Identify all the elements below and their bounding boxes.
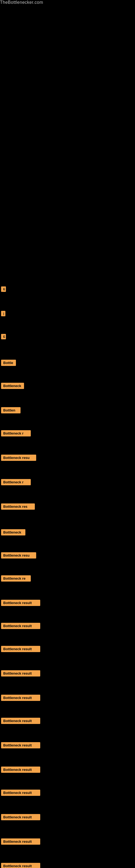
bottleneck-item-24: Bottleneck result	[1, 837, 40, 847]
bottleneck-label-20: Bottleneck result	[1, 742, 40, 748]
bottleneck-item-4: Bottle	[1, 358, 16, 369]
bottleneck-label-18: Bottleneck result	[1, 695, 40, 701]
bottleneck-label-7: Bottleneck r	[1, 430, 31, 436]
bottleneck-label-2: |	[1, 311, 5, 316]
bottleneck-item-3: E	[1, 332, 6, 342]
bottleneck-label-10: Bottleneck res	[1, 503, 35, 510]
bottleneck-item-11: Bottleneck	[1, 528, 26, 538]
bottleneck-label-16: Bottleneck result	[1, 646, 40, 652]
bottleneck-label-9: Bottleneck r	[1, 479, 31, 485]
bottleneck-item-7: Bottleneck r	[1, 429, 31, 439]
bottleneck-label-15: Bottleneck result	[1, 623, 40, 629]
bottleneck-item-12: Bottleneck resu	[1, 551, 36, 561]
site-header: TheBottlenecker.com	[0, 0, 135, 5]
bottleneck-item-22: Bottleneck result	[1, 788, 40, 799]
bottleneck-item-23: Bottleneck result	[1, 812, 40, 823]
bottleneck-item-6: Bottlen	[1, 405, 20, 416]
bottleneck-item-18: Bottleneck result	[1, 693, 40, 704]
bottleneck-item-15: Bottleneck result	[1, 621, 40, 632]
bottleneck-label-1: E	[1, 286, 6, 292]
bottleneck-label-11: Bottleneck	[1, 529, 26, 535]
bottleneck-label-8: Bottleneck resu	[1, 455, 36, 461]
bottleneck-item-13: Bottleneck re	[1, 574, 31, 584]
bottleneck-item-25: Bottleneck result	[1, 861, 40, 868]
bottleneck-item-8: Bottleneck resu	[1, 453, 36, 464]
bottleneck-label-13: Bottleneck re	[1, 575, 31, 582]
bottleneck-item-5: Bottleneck	[1, 381, 24, 392]
bottleneck-label-17: Bottleneck result	[1, 670, 40, 677]
bottleneck-label-6: Bottlen	[1, 407, 20, 413]
bottleneck-label-4: Bottle	[1, 360, 16, 366]
bottleneck-label-22: Bottleneck result	[1, 789, 40, 796]
bottleneck-label-3: E	[1, 334, 6, 339]
bottleneck-label-25: Bottleneck result	[1, 863, 40, 868]
bottleneck-item-17: Bottleneck result	[1, 669, 40, 679]
bottleneck-item-1: E	[1, 285, 6, 294]
bottleneck-item-10: Bottleneck res	[1, 502, 35, 513]
bottleneck-item-19: Bottleneck result	[1, 716, 40, 727]
bottleneck-item-21: Bottleneck result	[1, 765, 40, 775]
bottleneck-label-21: Bottleneck result	[1, 767, 40, 773]
bottleneck-label-19: Bottleneck result	[1, 718, 40, 724]
bottleneck-item-20: Bottleneck result	[1, 741, 40, 751]
bottleneck-label-24: Bottleneck result	[1, 838, 40, 845]
bottleneck-label-12: Bottleneck resu	[1, 552, 36, 558]
bottleneck-item-14: Bottleneck result	[1, 598, 40, 609]
bottleneck-label-5: Bottleneck	[1, 383, 24, 389]
bottleneck-item-9: Bottleneck r	[1, 477, 31, 488]
bottleneck-label-14: Bottleneck result	[1, 600, 40, 606]
bottleneck-item-16: Bottleneck result	[1, 644, 40, 655]
bottleneck-label-23: Bottleneck result	[1, 814, 40, 820]
bottleneck-item-2: |	[1, 309, 5, 319]
site-title: TheBottlenecker.com	[0, 0, 43, 5]
